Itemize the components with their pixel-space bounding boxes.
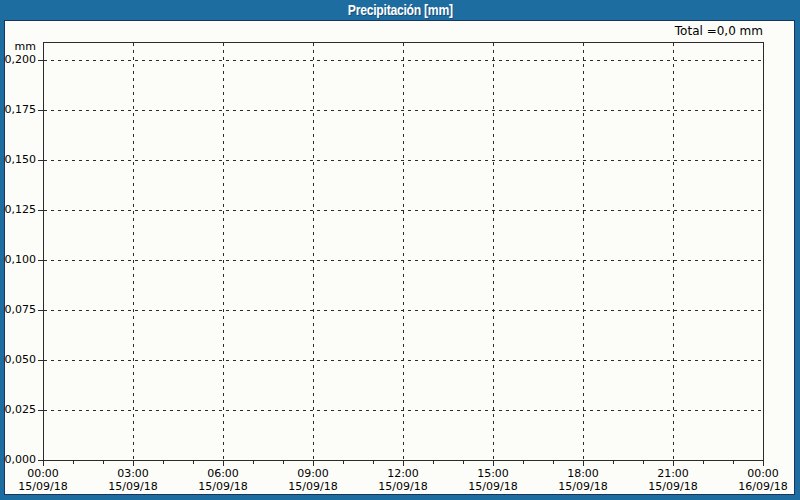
- x-gridline: [493, 43, 494, 459]
- y-axis-tick: [38, 410, 43, 411]
- x-tick-date-label: 15/09/18: [191, 480, 255, 493]
- x-tick-date-label: 15/09/18: [551, 480, 615, 493]
- x-gridline: [673, 43, 674, 459]
- y-axis-tick: [38, 110, 43, 111]
- x-tick-date-label: 15/09/18: [281, 480, 345, 493]
- y-tick-label: 0,150: [0, 153, 36, 166]
- y-tick-label: 0,200: [0, 53, 36, 66]
- x-axis-major-tick: [493, 461, 494, 466]
- x-axis-minor-tick: [733, 461, 734, 464]
- x-tick-time-label: 12:00: [371, 467, 435, 480]
- x-tick-time-label: 00:00: [11, 467, 75, 480]
- y-tick-label: 0,000: [0, 453, 36, 466]
- x-tick-time-label: 21:00: [641, 467, 705, 480]
- chart-layer: 0,2000,1750,1500,1250,1000,0750,0500,025…: [0, 0, 800, 500]
- x-axis-minor-tick: [643, 461, 644, 464]
- x-axis-major-tick: [673, 461, 674, 466]
- x-tick-time-label: 00:00: [731, 467, 795, 480]
- x-axis-minor-tick: [343, 461, 344, 464]
- x-gridline: [223, 43, 224, 459]
- x-axis-minor-tick: [463, 461, 464, 464]
- x-axis-major-tick: [223, 461, 224, 466]
- x-axis-minor-tick: [283, 461, 284, 464]
- x-gridline: [583, 43, 584, 459]
- y-axis-tick: [38, 260, 43, 261]
- y-tick-label: 0,025: [0, 403, 36, 416]
- x-tick-date-label: 15/09/18: [641, 480, 705, 493]
- y-tick-label: 0,050: [0, 353, 36, 366]
- y-tick-label: 0,075: [0, 303, 36, 316]
- y-tick-label: 0,125: [0, 203, 36, 216]
- x-axis-minor-tick: [373, 461, 374, 464]
- x-tick-date-label: 15/09/18: [11, 480, 75, 493]
- y-tick-label: 0,175: [0, 103, 36, 116]
- x-axis-major-tick: [133, 461, 134, 466]
- y-axis-tick: [38, 310, 43, 311]
- x-axis-major-tick: [313, 461, 314, 466]
- x-tick-date-label: 15/09/18: [101, 480, 165, 493]
- x-axis-minor-tick: [703, 461, 704, 464]
- x-axis-minor-tick: [253, 461, 254, 464]
- x-tick-date-label: 15/09/18: [371, 480, 435, 493]
- x-axis-major-tick: [43, 461, 44, 466]
- x-tick-time-label: 18:00: [551, 467, 615, 480]
- x-axis-minor-tick: [73, 461, 74, 464]
- x-tick-time-label: 09:00: [281, 467, 345, 480]
- x-axis-major-tick: [763, 461, 764, 466]
- y-axis-tick: [38, 210, 43, 211]
- x-axis-minor-tick: [163, 461, 164, 464]
- x-axis-minor-tick: [433, 461, 434, 464]
- y-axis-tick: [38, 160, 43, 161]
- x-axis-minor-tick: [193, 461, 194, 464]
- x-gridline: [403, 43, 404, 459]
- x-axis-minor-tick: [103, 461, 104, 464]
- chart-window: Precipitación [mm] Total =0,0 mm mm 0,20…: [0, 0, 800, 500]
- y-tick-label: 0,100: [0, 253, 36, 266]
- x-axis-major-tick: [403, 461, 404, 466]
- x-tick-time-label: 15:00: [461, 467, 525, 480]
- x-axis-minor-tick: [523, 461, 524, 464]
- x-tick-date-label: 16/09/18: [731, 480, 795, 493]
- y-axis-tick: [38, 60, 43, 61]
- x-tick-time-label: 03:00: [101, 467, 165, 480]
- x-gridline: [313, 43, 314, 459]
- x-tick-date-label: 15/09/18: [461, 480, 525, 493]
- x-tick-time-label: 06:00: [191, 467, 255, 480]
- x-gridline: [133, 43, 134, 459]
- y-axis-tick: [38, 360, 43, 361]
- x-axis-minor-tick: [553, 461, 554, 464]
- x-axis-minor-tick: [613, 461, 614, 464]
- x-axis-major-tick: [583, 461, 584, 466]
